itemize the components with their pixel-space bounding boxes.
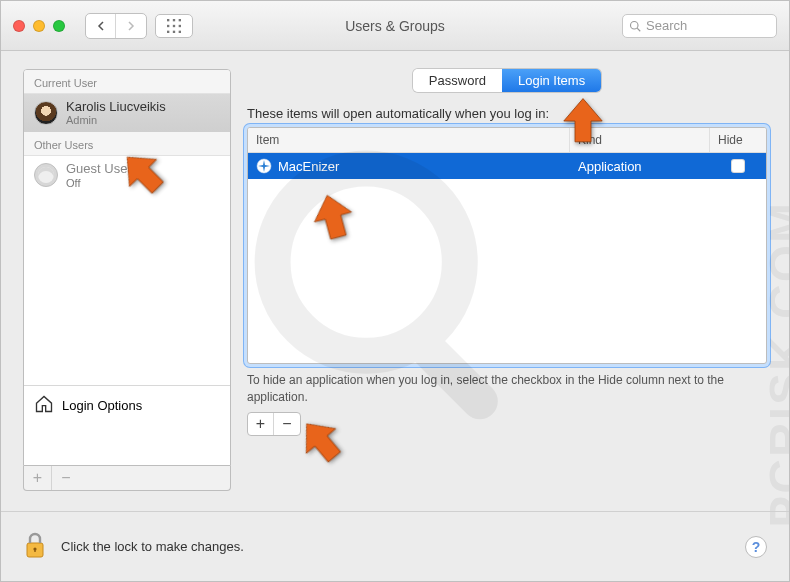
sidebar-footer: + − <box>23 466 231 491</box>
sidebar-item-current-user[interactable]: Karolis Liucveikis Admin <box>24 94 230 132</box>
forward-button[interactable] <box>116 14 146 38</box>
login-items-table: Item Kind Hide MacEnizer Application <box>247 127 767 364</box>
add-item-button[interactable]: + <box>248 413 274 435</box>
help-button[interactable]: ? <box>745 536 767 558</box>
col-kind[interactable]: Kind <box>570 128 710 152</box>
maximize-button[interactable] <box>53 20 65 32</box>
table-row[interactable]: MacEnizer Application <box>248 153 766 179</box>
svg-rect-8 <box>167 30 169 32</box>
user-name: Guest User <box>66 162 132 176</box>
svg-rect-3 <box>173 19 175 21</box>
svg-rect-9 <box>173 30 175 32</box>
description: These items will open automatically when… <box>247 106 767 121</box>
watermark-text: PCRISK.COM <box>759 201 790 528</box>
window-controls <box>13 20 65 32</box>
tab-password[interactable]: Password <box>413 69 502 92</box>
svg-rect-10 <box>179 30 181 32</box>
minimize-button[interactable] <box>33 20 45 32</box>
tab-segment: Password Login Items <box>413 69 601 92</box>
hide-note: To hide an application when you log in, … <box>247 372 767 406</box>
svg-rect-16 <box>34 549 35 552</box>
lock-icon[interactable] <box>23 531 47 563</box>
add-user-button: + <box>24 466 52 490</box>
search-placeholder: Search <box>646 18 687 33</box>
back-button[interactable] <box>86 14 116 38</box>
svg-rect-5 <box>167 24 169 26</box>
other-users-header: Other Users <box>24 132 230 156</box>
lock-bar: Click the lock to make changes. ? <box>1 511 789 581</box>
house-icon <box>34 394 54 417</box>
svg-line-12 <box>637 28 640 31</box>
svg-point-11 <box>631 21 639 29</box>
item-kind: Application <box>570 154 710 179</box>
app-icon <box>256 158 272 174</box>
avatar <box>34 101 58 125</box>
svg-rect-6 <box>173 24 175 26</box>
lock-text: Click the lock to make changes. <box>61 539 244 554</box>
login-options-button[interactable]: Login Options <box>24 385 230 425</box>
user-sidebar: Current User Karolis Liucveikis Admin Ot… <box>23 69 231 466</box>
svg-rect-7 <box>179 24 181 26</box>
user-role: Off <box>66 177 132 189</box>
col-item[interactable]: Item <box>248 128 570 152</box>
login-options-label: Login Options <box>62 398 142 413</box>
nav-back-forward <box>85 13 147 39</box>
svg-rect-2 <box>167 19 169 21</box>
tab-login-items[interactable]: Login Items <box>502 69 601 92</box>
avatar <box>34 163 58 187</box>
add-remove-buttons: + − <box>247 412 301 436</box>
user-role: Admin <box>66 114 166 126</box>
remove-item-button[interactable]: − <box>274 413 300 435</box>
col-hide[interactable]: Hide <box>710 128 766 152</box>
current-user-header: Current User <box>24 70 230 94</box>
user-name: Karolis Liucveikis <box>66 100 166 114</box>
search-input[interactable]: Search <box>622 14 777 38</box>
close-button[interactable] <box>13 20 25 32</box>
window-titlebar: Users & Groups Search <box>1 1 789 51</box>
hide-checkbox[interactable] <box>731 159 745 173</box>
show-all-button[interactable] <box>155 14 193 38</box>
sidebar-item-guest[interactable]: Guest User Off <box>24 156 230 194</box>
item-name: MacEnizer <box>278 159 339 174</box>
svg-rect-4 <box>179 19 181 21</box>
remove-user-button: − <box>52 466 80 490</box>
